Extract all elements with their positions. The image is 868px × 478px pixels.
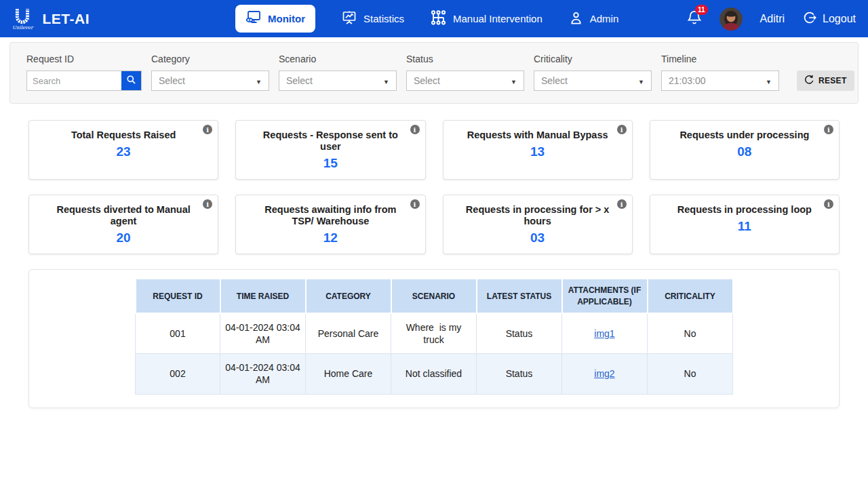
- cell-scenario: Not classified: [391, 354, 477, 394]
- filter-scenario: Scenario Select: [279, 54, 397, 91]
- filter-request-id: Request ID: [26, 54, 142, 91]
- stat-card-under-processing: Requests under processing 08: [650, 120, 840, 180]
- status-label: Status: [406, 54, 524, 64]
- criticality-label: Criticality: [534, 54, 652, 64]
- stat-card-awaiting-info: Requests awaiting info from TSP/ Warehou…: [235, 195, 425, 254]
- scenario-label: Scenario: [279, 54, 397, 64]
- stats-grid: Total Requests Raised 23 Requests - Resp…: [28, 120, 840, 254]
- gear-shift-icon: [430, 9, 447, 28]
- info-icon[interactable]: [203, 199, 212, 209]
- cell-time-raised: 04-01-2024 03:04 AM: [220, 313, 306, 354]
- requests-table-panel: REQUEST ID TIME RAISED CATEGORY SCENARIO…: [28, 269, 840, 408]
- cell-latest-status: Status: [477, 354, 562, 394]
- status-select-value: Select: [414, 75, 440, 86]
- nav-right-group: 11 Aditri Logout: [687, 7, 856, 31]
- nav-item-label: Manual Intervention: [453, 13, 542, 24]
- timeline-select[interactable]: 21:03:00: [661, 71, 779, 91]
- requests-table: REQUEST ID TIME RAISED CATEGORY SCENARIO…: [135, 278, 734, 394]
- reset-button[interactable]: RESET: [797, 71, 854, 91]
- info-icon[interactable]: [410, 199, 420, 209]
- criticality-select-value: Select: [541, 75, 568, 86]
- request-id-label: Request ID: [26, 54, 142, 64]
- attachment-link[interactable]: img1: [594, 328, 614, 339]
- stat-value: 20: [45, 231, 201, 245]
- cell-latest-status: Status: [477, 313, 562, 354]
- info-icon[interactable]: [824, 125, 833, 134]
- logout-label: Logout: [823, 13, 856, 25]
- app-title: LET-AI: [42, 11, 90, 27]
- stat-card-manual-bypass: Requests with Manual Bypass 13: [443, 120, 633, 180]
- cell-request-id: 001: [136, 313, 220, 354]
- stat-value: 23: [45, 144, 201, 159]
- cell-scenario: Where is my truck: [391, 313, 477, 354]
- category-label: Category: [151, 54, 269, 64]
- stat-title: Requests - Response sent to user: [252, 130, 408, 153]
- chevron-down-icon: [766, 75, 772, 86]
- stat-value: 08: [667, 144, 823, 159]
- chevron-down-icon: [383, 75, 389, 86]
- nav-item-admin[interactable]: Admin: [568, 10, 619, 28]
- notification-count-badge: 11: [695, 5, 708, 15]
- info-icon[interactable]: [617, 125, 627, 134]
- header-time-raised: TIME RAISED: [220, 279, 306, 313]
- stat-card-processing-x-hours: Requests in processing for > x hours 03: [443, 195, 633, 254]
- logout-icon: [802, 10, 817, 28]
- logout-button[interactable]: Logout: [802, 10, 856, 28]
- timeline-label: Timeline: [661, 54, 779, 64]
- info-icon[interactable]: [410, 125, 420, 134]
- header-attachments: ATTACHMENTS (IF APPLICABLE): [562, 279, 648, 313]
- stat-title: Requests in processing for > x hours: [460, 204, 616, 227]
- stat-value: 15: [252, 156, 408, 171]
- header-scenario: SCENARIO: [391, 279, 477, 313]
- user-name: Aditri: [760, 13, 785, 25]
- brand[interactable]: Unilever LET-AI: [12, 7, 90, 31]
- info-icon[interactable]: [203, 125, 212, 134]
- stat-title: Requests with Manual Bypass: [460, 130, 616, 141]
- nav-item-label: Admin: [590, 13, 619, 24]
- attachment-link[interactable]: img2: [594, 368, 614, 379]
- stat-title: Requests awaiting info from TSP/ Warehou…: [252, 204, 408, 227]
- cell-category: Personal Care: [306, 313, 391, 354]
- cell-criticality: No: [648, 354, 733, 394]
- filter-category: Category Select: [151, 54, 269, 91]
- stat-title: Requests under processing: [667, 130, 823, 141]
- category-select-value: Select: [159, 75, 185, 86]
- nav-item-label: Statistics: [363, 13, 404, 24]
- user-avatar[interactable]: [719, 7, 743, 31]
- info-icon[interactable]: [824, 199, 833, 209]
- cell-time-raised: 04-01-2024 03:04 AM: [220, 354, 306, 394]
- chevron-down-icon: [256, 75, 262, 86]
- category-select[interactable]: Select: [151, 71, 269, 91]
- chevron-down-icon: [638, 75, 644, 86]
- stat-card-processing-loop: Requests in processing loop 11: [650, 195, 840, 254]
- reset-label: RESET: [818, 76, 847, 85]
- reset-icon: [804, 75, 814, 87]
- main-nav: Monitor Statistics Manual I: [235, 5, 618, 33]
- chevron-down-icon: [511, 75, 517, 86]
- stat-value: 12: [252, 231, 408, 245]
- filter-panel: Request ID Category Select Scenario Sele…: [9, 42, 859, 104]
- cell-category: Home Care: [306, 354, 391, 394]
- scenario-select[interactable]: Select: [279, 71, 397, 91]
- stat-value: 11: [667, 219, 823, 234]
- status-select[interactable]: Select: [406, 71, 524, 91]
- header-request-id: REQUEST ID: [136, 279, 220, 313]
- statistics-icon: [341, 10, 357, 27]
- info-icon[interactable]: [617, 199, 627, 209]
- nav-item-monitor[interactable]: Monitor: [235, 5, 315, 33]
- cell-criticality: No: [648, 313, 733, 354]
- monitor-icon: [245, 10, 262, 27]
- notifications-button[interactable]: 11: [687, 9, 702, 28]
- timeline-select-value: 21:03:00: [669, 75, 706, 86]
- nav-item-manual-intervention[interactable]: Manual Intervention: [430, 9, 542, 28]
- header-category: CATEGORY: [306, 279, 391, 313]
- scenario-select-value: Select: [286, 75, 313, 86]
- stat-card-total-requests: Total Requests Raised 23: [28, 120, 218, 180]
- criticality-select[interactable]: Select: [534, 71, 652, 91]
- stat-card-diverted-manual-agent: Requests diverted to Manual agent 20: [28, 195, 218, 254]
- bell-icon: [687, 16, 702, 28]
- stat-card-response-sent: Requests - Response sent to user 15: [235, 120, 425, 180]
- search-button[interactable]: [121, 71, 141, 90]
- request-id-input[interactable]: [27, 71, 121, 90]
- nav-item-statistics[interactable]: Statistics: [341, 10, 404, 27]
